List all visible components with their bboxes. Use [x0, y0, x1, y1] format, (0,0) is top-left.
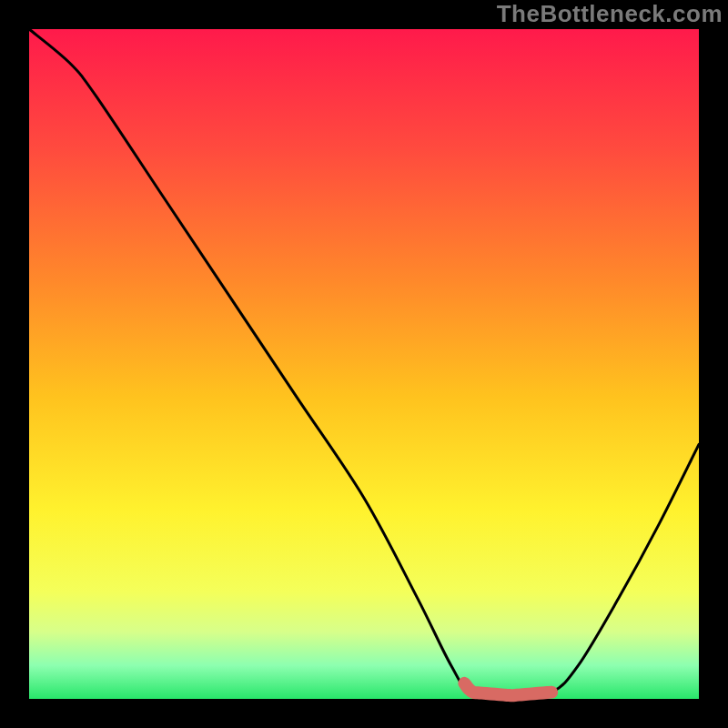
- bottleneck-chart: [0, 0, 728, 728]
- chart-container: TheBottleneck.com: [0, 0, 728, 728]
- watermark-text: TheBottleneck.com: [497, 0, 723, 28]
- plot-background: [29, 29, 699, 699]
